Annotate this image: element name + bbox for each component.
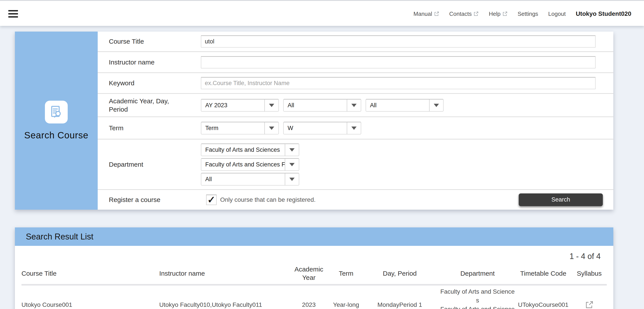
result-count: 1 - 4 of 4: [22, 252, 607, 261]
course-title-row: Course Title: [98, 32, 613, 52]
period-select[interactable]: All: [366, 99, 444, 112]
chevron-down-icon: [264, 122, 278, 134]
keyword-row: Keyword: [98, 73, 613, 94]
nav-help-label: Help: [489, 11, 500, 17]
user-name: Utokyo Student020: [576, 10, 631, 17]
hamburger-menu-icon[interactable]: [8, 10, 18, 18]
chevron-down-icon: [347, 100, 361, 111]
register-course-row: Register a course ✓ Only course that can…: [98, 190, 613, 209]
department-row: Department Faculty of Arts and Sciences …: [98, 139, 613, 190]
search-form: Course Title Instructor name Keyword Aca…: [98, 32, 613, 210]
nav-contacts[interactable]: Contacts: [449, 11, 479, 17]
col-course-title: Course Title: [22, 269, 159, 278]
academic-year-day-period-row: Academic Year, Day, Period AY 2023 All A…: [98, 94, 613, 117]
keyword-input[interactable]: [201, 77, 596, 89]
col-department: Department: [440, 269, 515, 278]
chevron-down-icon: [264, 100, 278, 111]
external-link-icon: [434, 11, 439, 17]
cell-term: Year-long: [333, 300, 359, 309]
cell-department: Faculty of Arts and Sciences Faculty of …: [440, 287, 515, 309]
course-search-icon: [45, 101, 68, 123]
nav-settings[interactable]: Settings: [518, 11, 538, 17]
cell-timetable-code: UTokyoCourse001: [515, 300, 572, 309]
col-term: Term: [333, 269, 359, 278]
instructor-row: Instructor name: [98, 52, 613, 73]
cell-academic-year: 2023: [285, 300, 333, 309]
instructor-label: Instructor name: [98, 58, 201, 67]
app-header: Manual Contacts Help Settings Logout Uto…: [0, 0, 644, 26]
course-title-input[interactable]: [201, 35, 596, 48]
table-row[interactable]: Utokyo Course001 Utokyo Faculty010,Utoky…: [22, 285, 607, 309]
term-value-select[interactable]: W: [283, 122, 361, 134]
nav-logout-label: Logout: [548, 11, 566, 17]
external-link-icon[interactable]: [585, 300, 594, 309]
chevron-down-icon: [429, 100, 443, 111]
col-day-period: Day, Period: [359, 269, 440, 278]
external-link-icon: [502, 11, 508, 17]
checkmark-icon: ✓: [208, 195, 216, 205]
department-sub-select[interactable]: Faculty of Arts and Sciences F…: [201, 158, 299, 171]
nav-settings-label: Settings: [518, 11, 538, 17]
department-label: Department: [98, 160, 201, 169]
col-instructor: Instructor name: [159, 269, 285, 278]
instructor-name-input[interactable]: [201, 56, 596, 68]
result-table-header: Course Title Instructor name Academic Ye…: [22, 263, 607, 285]
chevron-down-icon: [285, 173, 299, 185]
academic-year-day-period-label: Academic Year, Day, Period: [98, 97, 201, 114]
department-detail-select[interactable]: All: [201, 173, 299, 186]
nav-help[interactable]: Help: [489, 11, 507, 17]
search-result-panel: Search Result List 1 - 4 of 4 Course Tit…: [15, 227, 613, 309]
cell-day-period: MondayPeriod 1: [359, 300, 440, 309]
day-select[interactable]: All: [283, 99, 361, 112]
chevron-down-icon: [285, 144, 299, 156]
keyword-label: Keyword: [98, 79, 201, 87]
term-label: Term: [98, 124, 201, 132]
search-result-list-title: Search Result List: [15, 227, 613, 246]
chevron-down-icon: [347, 122, 361, 134]
academic-year-select[interactable]: AY 2023: [201, 99, 279, 112]
col-syllabus: Syllabus: [572, 269, 607, 278]
cell-course-title: Utokyo Course001: [22, 300, 159, 309]
term-type-select[interactable]: Term: [201, 122, 279, 134]
cell-instructor: Utokyo Faculty010,Utokyo Faculty011: [159, 300, 285, 309]
col-timetable-code: Timetable Code: [515, 269, 572, 278]
nav-manual-label: Manual: [414, 11, 432, 17]
course-title-label: Course Title: [98, 37, 201, 46]
search-course-panel: Search Course Course Title Instructor na…: [15, 32, 613, 210]
register-course-label: Register a course: [98, 196, 201, 204]
chevron-down-icon: [285, 159, 299, 170]
col-academic-year: Academic Year: [285, 265, 333, 282]
search-result-body: 1 - 4 of 4 Course Title Instructor name …: [15, 252, 613, 309]
search-button[interactable]: Search: [519, 193, 603, 206]
nav-contacts-label: Contacts: [449, 11, 472, 17]
search-course-panel-title: Search Course: [24, 130, 88, 141]
external-link-icon: [473, 11, 478, 17]
department-faculty-select[interactable]: Faculty of Arts and Sciences: [201, 143, 299, 156]
nav-manual[interactable]: Manual: [414, 11, 439, 17]
nav-logout[interactable]: Logout: [548, 11, 566, 17]
term-row: Term Term W: [98, 117, 613, 139]
register-checkbox[interactable]: ✓: [206, 194, 217, 205]
cell-syllabus: [572, 300, 607, 309]
header-nav: Manual Contacts Help Settings Logout Uto…: [414, 1, 631, 27]
search-course-sidebar: Search Course: [15, 32, 98, 210]
register-checkbox-label: Only course that can be registered.: [220, 196, 316, 203]
